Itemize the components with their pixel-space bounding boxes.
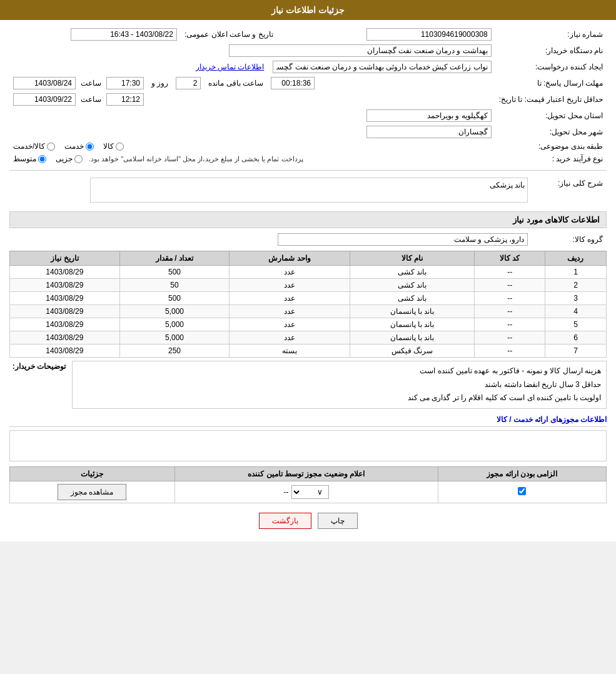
table-row: 6 -- باند با پانسمان عدد 5,000 1403/08/2… <box>10 331 607 345</box>
group-kala-input[interactable] <box>278 233 528 246</box>
cell-radif: 3 <box>545 292 606 305</box>
group-kala-label: گروه کالا: <box>532 231 607 248</box>
mojoz-joziyat-btn[interactable]: مشاهده مجوز <box>58 484 126 500</box>
mojoz-elzami-checkbox[interactable] <box>518 487 526 495</box>
tawzih-line3: اولویت با تامین کننده ای است که کلیه اقل… <box>78 391 601 405</box>
no-farayand-label: نوع فرآیند خرید : <box>495 153 607 165</box>
group-kala-table: گروه کالا: <box>9 231 607 248</box>
cell-nam: باند با پانسمان <box>350 305 475 318</box>
hadad-date-input[interactable] <box>13 93 76 106</box>
print-button[interactable]: چاپ <box>318 513 358 529</box>
cell-radif: 2 <box>545 279 606 292</box>
col-kod: کد کالا <box>475 251 545 266</box>
cell-tedad: 5,000 <box>119 331 230 345</box>
kala-label: کالا <box>103 142 114 151</box>
tarikh-input[interactable] <box>71 28 177 41</box>
sharh-table: شرح کلی نیاز: باند پزشکی <box>9 176 607 206</box>
radio-khedmat[interactable]: خدمت <box>64 142 94 151</box>
table-row: 7 -- سرنگ فیکس بسته 250 1403/08/29 <box>10 345 607 358</box>
col-vahed: واحد شمارش <box>230 251 350 266</box>
mohlat-ersal-date-input[interactable] <box>13 77 76 89</box>
tarikh-value <box>9 26 181 43</box>
radio-kala-khedmat-input[interactable] <box>47 143 55 151</box>
radio-kala-input[interactable] <box>116 143 124 151</box>
etelaeat-tamas-link[interactable]: اطلاعات تماس خریدار <box>196 63 265 71</box>
col-radif: ردیف <box>545 251 606 266</box>
cell-tedad: 5,000 <box>119 305 230 318</box>
radio-jozi[interactable]: جزیی <box>56 154 83 163</box>
tarikh-label: تاریخ و ساعت اعلان عمومی: <box>181 26 277 43</box>
kala-table: ردیف کد کالا نام کالا واحد شمارش تعداد /… <box>9 251 607 358</box>
ijad-konande-value <box>270 63 491 71</box>
baghi-time-input[interactable] <box>271 77 315 89</box>
cell-kod: -- <box>475 305 545 318</box>
tawzih-label: توضیحات خریدار: <box>9 361 66 371</box>
cell-kod: -- <box>475 331 545 345</box>
table-row: 2 -- باند کشی عدد 50 1403/08/29 <box>10 279 607 292</box>
cell-tarikh: 1403/08/29 <box>10 318 120 331</box>
page-title: جزئیات اطلاعات نیاز <box>271 5 345 15</box>
cell-radif: 4 <box>545 305 606 318</box>
radio-kala[interactable]: کالا <box>103 142 124 151</box>
mojoz-table: الزامی بودن ارائه مجوز اعلام وضعیت مجوز … <box>9 466 607 503</box>
col-tarikh: تاریخ نیاز <box>10 251 120 266</box>
motevaset-label: متوسط <box>13 154 36 163</box>
mojoz-col-elzami: الزامی بودن ارائه مجوز <box>438 466 606 481</box>
radio-kala-khedmat[interactable]: کالا/خدمت <box>13 142 55 151</box>
cell-nam: باند کشی <box>350 292 475 305</box>
mojoz-elzami-cell <box>438 481 606 503</box>
cell-nam: باند کشی <box>350 266 475 279</box>
cell-kod: -- <box>475 279 545 292</box>
radio-jozi-input[interactable] <box>74 155 83 163</box>
cell-vahed: بسته <box>230 345 350 358</box>
cell-vahed: عدد <box>230 266 350 279</box>
tabaqe-radio-group: کالا/خدمت خدمت کالا <box>13 142 492 151</box>
ijad-konande-input[interactable] <box>273 61 492 73</box>
mohlat-roz-input[interactable] <box>176 77 201 89</box>
cell-tarikh: 1403/08/29 <box>10 279 120 292</box>
hadad-time-input[interactable] <box>106 93 144 106</box>
nam-dastgah-input[interactable] <box>229 44 492 57</box>
mojoz-section-title: اطلاعات مجوزهای ارائه خدمت / کالا <box>497 415 607 424</box>
shomare-niaz-input[interactable] <box>366 28 492 41</box>
page-header: جزئیات اطلاعات نیاز <box>0 0 616 20</box>
table-row: 5 -- باند با پانسمان عدد 5,000 1403/08/2… <box>10 318 607 331</box>
cell-kod: -- <box>475 292 545 305</box>
ostan-input[interactable] <box>366 109 492 122</box>
mohlat-ersal-row: ساعت روز و ساعت باقی مانده <box>13 77 492 89</box>
tawzih-row: توضیحات خریدار: هزینه ارسال کالا و نمونه… <box>9 361 607 409</box>
cell-tarikh: 1403/08/29 <box>10 292 120 305</box>
cell-tedad: 50 <box>119 279 230 292</box>
baghi-label: ساعت باقی مانده <box>208 79 263 88</box>
saat-label: ساعت <box>81 79 101 88</box>
cell-tarikh: 1403/08/29 <box>10 266 120 279</box>
radio-khedmat-input[interactable] <box>86 143 94 151</box>
mojoz-ealam-cell: -- ∨ <box>174 481 438 503</box>
cell-tedad: 5,000 <box>119 318 230 331</box>
cell-nam: باند با پانسمان <box>350 331 475 345</box>
table-row: 1 -- باند کشی عدد 500 1403/08/29 <box>10 266 607 279</box>
mohlat-ersal-time-input[interactable] <box>106 77 144 89</box>
shahr-input[interactable] <box>366 126 492 138</box>
cell-tarikh: 1403/08/29 <box>10 305 120 318</box>
nam-dastgah-label: نام دستگاه خریدار: <box>495 43 607 59</box>
mojoz-ealam-select[interactable]: ∨ <box>291 485 329 499</box>
ostan-label: استان محل تحویل: <box>495 108 607 124</box>
mojoz-col-ealam: اعلام وضعیت مجوز توسط تامین کننده <box>174 466 438 481</box>
cell-radif: 5 <box>545 318 606 331</box>
radio-motevaset[interactable]: متوسط <box>13 154 46 163</box>
sharh-textarea[interactable]: باند پزشکی <box>90 178 528 203</box>
tabaqe-label: طبقه بندی موضوعی: <box>495 140 607 153</box>
roz-label: روز و <box>151 79 168 88</box>
button-row: چاپ بازگشت <box>9 513 607 529</box>
cell-tarikh: 1403/08/29 <box>10 345 120 358</box>
hadad-etebar-row: ساعت <box>13 93 492 106</box>
sharh-label: شرح کلی نیاز: <box>532 176 607 206</box>
radio-motevaset-input[interactable] <box>38 155 46 163</box>
col-nam: نام کالا <box>350 251 475 266</box>
mojoz-col-joziyat: جزئیات <box>10 466 175 481</box>
back-button[interactable]: بازگشت <box>259 513 311 529</box>
jozi-label: جزیی <box>56 154 73 163</box>
cell-vahed: عدد <box>230 305 350 318</box>
col-tedad: تعداد / مقدار <box>119 251 230 266</box>
